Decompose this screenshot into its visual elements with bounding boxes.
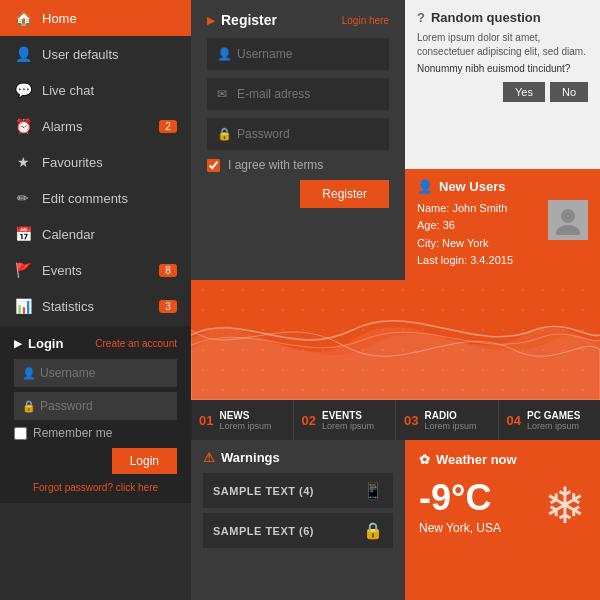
create-account-link[interactable]: Create an account <box>95 338 177 349</box>
alarms-icon: ⏰ <box>14 118 32 134</box>
play-icon: ▶ <box>14 338 22 349</box>
user-city: City: New York <box>417 235 513 253</box>
news-item-news[interactable]: 01 NEWS Lorem ipsum <box>191 400 294 440</box>
news-item-events[interactable]: 02 EVENTS Lorem ipsum <box>294 400 397 440</box>
sidebar-item-favourites[interactable]: ★ Favourites <box>0 144 191 180</box>
reg-password-wrap: 🔒 <box>207 118 389 150</box>
news-sub: Lorem ipsum <box>424 421 476 431</box>
events-icon: 🚩 <box>14 262 32 278</box>
sidebar-label-favourites: Favourites <box>42 155 177 170</box>
register-title: ▶ Register <box>207 12 277 28</box>
warning-text: SAMPLE TEXT (4) <box>213 485 314 497</box>
news-num: 02 <box>302 413 316 428</box>
sidebar-item-alarms[interactable]: ⏰ Alarms 2 <box>0 108 191 144</box>
random-question-panel: ? Random question Lorem ipsum dolor sit … <box>405 0 600 169</box>
remember-row: Remember me <box>14 426 177 440</box>
register-panel: ▶ Register Login here 👤 ✉ 🔒 I agree with… <box>191 0 405 280</box>
yes-button[interactable]: Yes <box>503 82 545 102</box>
news-sub: Lorem ipsum <box>322 421 374 431</box>
warning-text: SAMPLE TEXT (6) <box>213 525 314 537</box>
svg-rect-3 <box>193 280 598 400</box>
sidebar-username-input[interactable] <box>14 359 177 387</box>
news-num: 04 <box>507 413 521 428</box>
warning-items: SAMPLE TEXT (4) 📱 SAMPLE TEXT (6) 🔒 <box>203 473 393 548</box>
news-item-pc games[interactable]: 04 PC GAMES Lorem ipsum <box>499 400 601 440</box>
news-bar: 01 NEWS Lorem ipsum 02 EVENTS Lorem ipsu… <box>191 400 600 440</box>
sidebar-label-statistics: Statistics <box>42 299 159 314</box>
sidebar-item-calendar[interactable]: 📅 Calendar <box>0 216 191 252</box>
sidebar-login-button[interactable]: Login <box>112 448 177 474</box>
reg-email-input[interactable] <box>207 78 389 110</box>
news-label: RADIO <box>424 410 476 421</box>
sun-icon: ✿ <box>419 452 430 467</box>
forgot-link[interactable]: click here <box>116 482 158 493</box>
no-button[interactable]: No <box>550 82 588 102</box>
favourites-icon: ★ <box>14 154 32 170</box>
calendar-icon: 📅 <box>14 226 32 242</box>
remember-label: Remember me <box>33 426 112 440</box>
remember-checkbox[interactable] <box>14 427 27 440</box>
sidebar-label-edit-comments: Edit comments <box>42 191 177 206</box>
badge-statistics: 3 <box>159 300 177 313</box>
news-label: NEWS <box>219 410 271 421</box>
sidebar-item-user-defaults[interactable]: 👤 User defaults <box>0 36 191 72</box>
new-users-icon: 👤 <box>417 179 433 194</box>
random-question-title: Random question <box>431 10 541 25</box>
snowflake-icon: ❄ <box>544 477 586 535</box>
bottom-row: ⚠ Warnings SAMPLE TEXT (4) 📱 SAMPLE TEXT… <box>191 440 600 600</box>
lock-icon: 🔒 <box>22 400 36 413</box>
reg-username-input[interactable] <box>207 38 389 70</box>
login-here-link[interactable]: Login here <box>342 15 389 26</box>
warning-row: SAMPLE TEXT (6) 🔒 <box>203 513 393 548</box>
warnings-panel: ⚠ Warnings SAMPLE TEXT (4) 📱 SAMPLE TEXT… <box>191 440 405 600</box>
sidebar-password-input[interactable] <box>14 392 177 420</box>
news-item-radio[interactable]: 03 RADIO Lorem ipsum <box>396 400 499 440</box>
weather-panel: ✿ Weather now -9°C New York, USA ❄ <box>405 440 600 600</box>
sidebar-label-events: Events <box>42 263 159 278</box>
news-num: 01 <box>199 413 213 428</box>
sidebar-label-live-chat: Live chat <box>42 83 177 98</box>
svg-point-0 <box>561 209 575 223</box>
random-question-body: Lorem ipsum dolor sit amet, consectetuer… <box>417 31 588 59</box>
sidebar-item-home[interactable]: 🏠 Home <box>0 0 191 36</box>
warning-icon: ⚠ <box>203 450 215 465</box>
sidebar-login-section: ▶ Login Create an account 👤 🔒 Remember m… <box>0 326 191 503</box>
user-age: Age: 36 <box>417 217 513 235</box>
warning-item-icon: 📱 <box>363 481 383 500</box>
register-play-icon: ▶ <box>207 15 215 26</box>
sidebar-label-alarms: Alarms <box>42 119 159 134</box>
random-question-text: Nonummy nibh euismod tincidunt? <box>417 63 588 74</box>
sidebar-item-statistics[interactable]: 📊 Statistics 3 <box>0 288 191 324</box>
reg-password-input[interactable] <box>207 118 389 150</box>
weather-city: New York, USA <box>419 521 501 535</box>
user-icon: 👤 <box>22 367 36 380</box>
sidebar-item-events[interactable]: 🚩 Events 8 <box>0 252 191 288</box>
sidebar-item-edit-comments[interactable]: ✏ Edit comments <box>0 180 191 216</box>
register-button[interactable]: Register <box>300 180 389 208</box>
reg-lock-icon: 🔒 <box>217 127 232 141</box>
statistics-icon: 📊 <box>14 298 32 314</box>
edit-comments-icon: ✏ <box>14 190 32 206</box>
sidebar-label-calendar: Calendar <box>42 227 177 242</box>
sidebar-label-user-defaults: User defaults <box>42 47 177 62</box>
sidebar-password-wrap: 🔒 <box>14 392 177 420</box>
weather-title: Weather now <box>436 452 517 467</box>
news-sub: Lorem ipsum <box>219 421 271 431</box>
user-name: Name: John Smith <box>417 200 513 218</box>
new-users-title: New Users <box>439 179 505 194</box>
agree-label: I agree with terms <box>228 158 323 172</box>
weather-temperature: -9°C <box>419 477 501 519</box>
reg-email-wrap: ✉ <box>207 78 389 110</box>
forgot-password-row: Forgot password? click here <box>14 482 177 493</box>
svg-point-1 <box>556 225 580 235</box>
news-sub: Lorem ipsum <box>527 421 580 431</box>
sidebar-item-live-chat[interactable]: 💬 Live chat <box>0 72 191 108</box>
badge-alarms: 2 <box>159 120 177 133</box>
sidebar-username-wrap: 👤 <box>14 359 177 387</box>
user-defaults-icon: 👤 <box>14 46 32 62</box>
warning-row: SAMPLE TEXT (4) 📱 <box>203 473 393 508</box>
agree-checkbox[interactable] <box>207 159 220 172</box>
nav-menu: 🏠 Home 👤 User defaults 💬 Live chat ⏰ Ala… <box>0 0 191 324</box>
sidebar: 🏠 Home 👤 User defaults 💬 Live chat ⏰ Ala… <box>0 0 191 600</box>
agree-row: I agree with terms <box>207 158 389 172</box>
